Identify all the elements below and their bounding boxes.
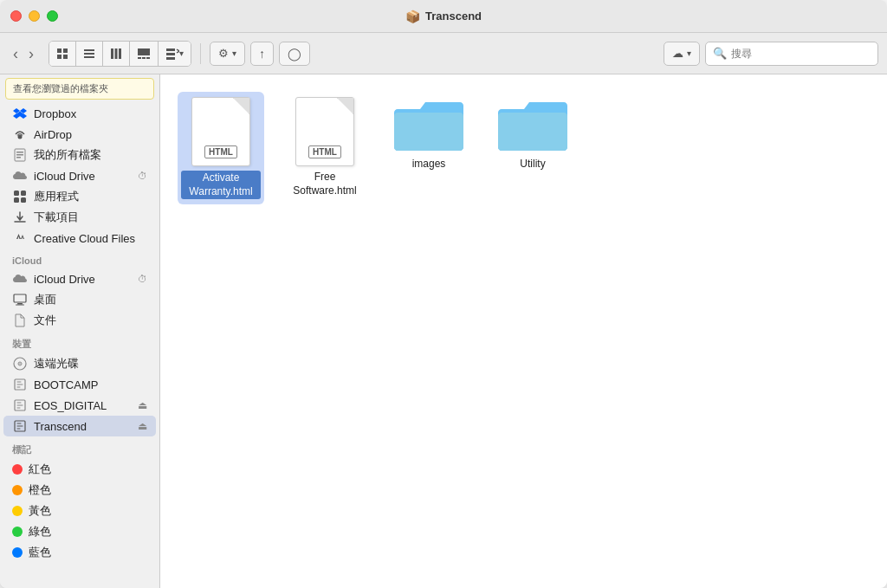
file-item-free-software[interactable]: HTML Free Software.html — [282, 92, 368, 204]
yellow-label: 黃色 — [29, 503, 147, 519]
nav-arrows: ‹ › — [9, 44, 38, 63]
maximize-button[interactable] — [47, 10, 58, 22]
svg-rect-5 — [84, 53, 94, 55]
svg-rect-4 — [84, 49, 94, 51]
yellow-dot — [12, 506, 23, 516]
sidebar-item-icloud-drive[interactable]: iCloud Drive ⏱ — [3, 165, 156, 186]
free-software-name: Free Software.html — [285, 171, 365, 197]
svg-rect-22 — [14, 191, 19, 196]
title-text: Transcend — [425, 10, 482, 23]
gear-dropdown-arrow: ▾ — [232, 48, 236, 58]
cloud-button[interactable]: ☁ ▾ — [664, 42, 700, 66]
search-box[interactable]: 🔍 — [705, 42, 878, 66]
sidebar-item-tag-yellow[interactable]: 黃色 — [3, 501, 156, 521]
sidebar-item-transcend[interactable]: Transcend ⏏ — [3, 416, 156, 436]
svg-rect-15 — [166, 53, 175, 55]
sidebar-item-airdrop[interactable]: AirDrop — [3, 124, 156, 145]
file-item-utility[interactable]: Utility — [489, 92, 576, 204]
dropbox-icon — [12, 106, 28, 121]
downloads-label: 下載項目 — [34, 210, 147, 225]
sidebar-item-tag-red[interactable]: 紅色 — [3, 459, 156, 480]
cloud-icon: ☁ — [672, 47, 683, 60]
sidebar-item-tag-green[interactable]: 綠色 — [3, 521, 156, 542]
view-gallery-button[interactable] — [130, 42, 159, 66]
dropbox-label: Dropbox — [34, 107, 147, 120]
sidebar-item-downloads[interactable]: 下載項目 — [3, 207, 156, 228]
view-switcher: ▾ — [49, 41, 191, 67]
sidebar-item-documents[interactable]: 文件 — [3, 310, 156, 331]
view-more-button[interactable]: ▾ — [159, 42, 191, 66]
svg-rect-16 — [166, 57, 175, 60]
svg-rect-11 — [138, 57, 141, 59]
creative-cloud-label: Creative Cloud Files — [34, 232, 147, 245]
sidebar-item-bootcamp[interactable]: BOOTCAMP — [3, 374, 156, 395]
sidebar-item-desktop[interactable]: 桌面 — [3, 289, 156, 310]
sidebar-item-tag-orange[interactable]: 橙色 — [3, 480, 156, 501]
blue-label: 藍色 — [29, 545, 147, 560]
view-icon-button[interactable] — [49, 42, 76, 66]
svg-rect-14 — [166, 48, 175, 51]
traffic-lights — [10, 10, 58, 22]
images-folder-icon — [394, 97, 463, 153]
free-software-type-label: HTML — [308, 145, 341, 158]
svg-rect-6 — [84, 56, 94, 58]
orange-dot — [12, 485, 23, 495]
file-item-images[interactable]: images — [385, 92, 472, 204]
sidebar-item-apps[interactable]: 應用程式 — [3, 186, 156, 207]
airdrop-label: AirDrop — [34, 128, 147, 141]
sidebar-item-eos[interactable]: EOS_DIGITAL ⏏ — [3, 395, 156, 416]
svg-point-17 — [18, 135, 23, 139]
share-button[interactable]: ↑ — [250, 42, 274, 66]
minimize-button[interactable] — [29, 10, 40, 22]
all-files-label: 我的所有檔案 — [34, 147, 147, 163]
svg-rect-2 — [57, 55, 62, 59]
activate-warranty-icon: HTML — [191, 97, 250, 166]
view-list-button[interactable] — [76, 42, 103, 66]
svg-rect-26 — [14, 294, 26, 302]
view-more-icon — [165, 48, 179, 60]
titlebar: 📦 Transcend — [0, 0, 887, 33]
red-dot — [12, 464, 23, 475]
transcend-eject-button[interactable]: ⏏ — [138, 420, 147, 432]
svg-rect-9 — [119, 48, 121, 59]
back-button[interactable]: ‹ — [9, 44, 23, 63]
sidebar-item-tag-blue[interactable]: 藍色 — [3, 542, 156, 563]
svg-rect-7 — [111, 48, 113, 59]
red-label: 紅色 — [29, 462, 147, 477]
columns-icon — [110, 48, 122, 60]
sidebar-item-icloud-drive2[interactable]: iCloud Drive ⏱ — [3, 268, 156, 289]
content-area: HTML Activate Warranty.html HTML Free So… — [160, 74, 887, 588]
creative-cloud-icon — [12, 230, 28, 246]
svg-rect-1 — [63, 48, 68, 53]
cloud-dropdown-arrow: ▾ — [687, 48, 691, 58]
activate-warranty-name: Activate Warranty.html — [181, 171, 261, 199]
icloud-drive-favorites-label: iCloud Drive — [34, 170, 132, 183]
tag-button[interactable]: ◯ — [279, 42, 310, 66]
svg-rect-3 — [63, 55, 68, 59]
view-more-arrow: ▾ — [179, 48, 184, 58]
forward-button[interactable]: › — [24, 44, 38, 63]
documents-icon — [12, 313, 28, 328]
tags-section-label: 標記 — [0, 436, 159, 459]
desktop-icon — [12, 292, 28, 307]
icloud-drive2-icon — [12, 271, 28, 287]
sidebar-item-all-files[interactable]: 我的所有檔案 — [3, 145, 156, 165]
sidebar-item-dropbox[interactable]: Dropbox — [3, 103, 156, 124]
svg-rect-10 — [138, 48, 150, 55]
gear-button[interactable]: ⚙ ▾ — [210, 42, 245, 66]
gear-icon: ⚙ — [218, 47, 229, 60]
view-columns-button[interactable] — [103, 42, 130, 66]
sidebar-item-creative-cloud[interactable]: Creative Cloud Files — [3, 228, 156, 249]
file-item-activate-warranty[interactable]: HTML Activate Warranty.html — [178, 92, 264, 204]
icloud-drive2-badge: ⏱ — [138, 274, 147, 284]
optical-label: 遠端光碟 — [34, 356, 147, 372]
eos-eject-button[interactable]: ⏏ — [138, 399, 147, 411]
blue-dot — [12, 547, 23, 558]
svg-rect-12 — [142, 57, 146, 59]
sidebar-item-optical[interactable]: 遠端光碟 — [3, 353, 156, 374]
close-button[interactable] — [10, 10, 22, 22]
search-input[interactable] — [731, 48, 870, 60]
images-folder-name: images — [412, 158, 446, 171]
svg-rect-0 — [57, 48, 62, 53]
devices-section-label: 裝置 — [0, 331, 159, 353]
